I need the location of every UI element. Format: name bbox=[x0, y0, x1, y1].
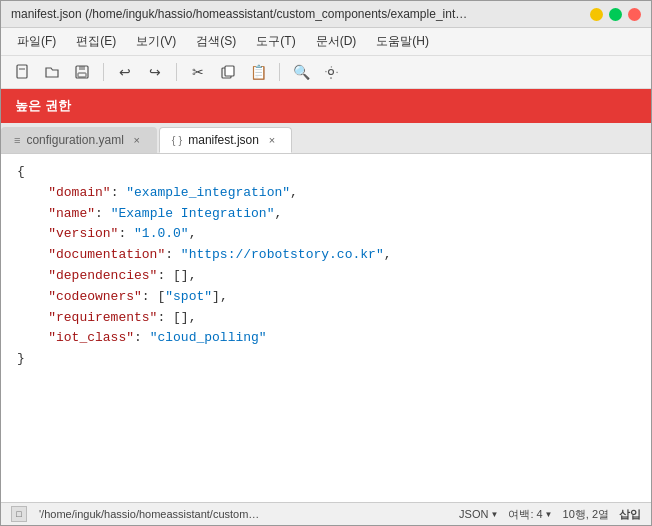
status-language[interactable]: JSON bbox=[459, 508, 498, 520]
title-bar: manifest.json (/home/inguk/hassio/homeas… bbox=[1, 1, 651, 28]
svg-rect-4 bbox=[78, 73, 86, 77]
tab-bar: ≡ configuration.yaml × { } manifest.json… bbox=[1, 123, 651, 154]
code-line-4: "version": "1.0.0", bbox=[1, 224, 651, 245]
code-line-8: "requirements": [], bbox=[1, 308, 651, 329]
tab-configuration-icon: ≡ bbox=[14, 134, 20, 146]
menu-edit[interactable]: 편집(E) bbox=[68, 31, 124, 52]
undo-button[interactable]: ↩ bbox=[112, 60, 138, 84]
status-mode: 삽입 bbox=[619, 507, 641, 522]
close-button[interactable] bbox=[628, 8, 641, 21]
separator-2 bbox=[176, 63, 177, 81]
menu-help[interactable]: 도움말(H) bbox=[368, 31, 437, 52]
menu-document[interactable]: 문서(D) bbox=[308, 31, 365, 52]
separator-3 bbox=[279, 63, 280, 81]
svg-rect-3 bbox=[79, 66, 85, 70]
search-button[interactable]: 🔍 bbox=[288, 60, 314, 84]
alert-banner: 높은 권한 bbox=[1, 89, 651, 123]
menu-file[interactable]: 파일(F) bbox=[9, 31, 64, 52]
redo-button[interactable]: ↪ bbox=[142, 60, 168, 84]
svg-point-7 bbox=[328, 69, 333, 74]
window-title: manifest.json (/home/inguk/hassio/homeas… bbox=[11, 7, 580, 21]
new-file-button[interactable] bbox=[9, 60, 35, 84]
code-line-2: "domain": "example_integration", bbox=[1, 183, 651, 204]
tab-manifest-icon: { } bbox=[172, 134, 182, 146]
tab-manifest-label: manifest.json bbox=[188, 133, 259, 147]
tab-configuration-label: configuration.yaml bbox=[26, 133, 123, 147]
tab-configuration[interactable]: ≡ configuration.yaml × bbox=[1, 127, 157, 153]
minimize-button[interactable] bbox=[590, 8, 603, 21]
file-type-icon: □ bbox=[11, 506, 27, 522]
separator-1 bbox=[103, 63, 104, 81]
status-filepath: '/home/inguk/hassio/homeassistant/custom… bbox=[39, 508, 449, 520]
code-line-3: "name": "Example Integration", bbox=[1, 204, 651, 225]
settings-button[interactable] bbox=[318, 60, 344, 84]
code-line-7: "codeowners": ["spot"], bbox=[1, 287, 651, 308]
alert-text: 높은 권한 bbox=[15, 98, 71, 113]
toolbar: ↩ ↪ ✂ 📋 🔍 bbox=[1, 56, 651, 89]
status-position: 10행, 2열 bbox=[563, 507, 609, 522]
status-spaces[interactable]: 여백: 4 bbox=[508, 507, 552, 522]
copy-button[interactable] bbox=[215, 60, 241, 84]
svg-rect-0 bbox=[17, 65, 27, 78]
menu-search[interactable]: 검색(S) bbox=[188, 31, 244, 52]
tab-manifest[interactable]: { } manifest.json × bbox=[159, 127, 292, 153]
open-file-button[interactable] bbox=[39, 60, 65, 84]
maximize-button[interactable] bbox=[609, 8, 622, 21]
code-line-9: "iot_class": "cloud_polling" bbox=[1, 328, 651, 349]
status-bar: □ '/home/inguk/hassio/homeassistant/cust… bbox=[1, 502, 651, 525]
window-controls bbox=[590, 8, 641, 21]
menu-tools[interactable]: 도구(T) bbox=[248, 31, 303, 52]
tab-configuration-close[interactable]: × bbox=[130, 133, 144, 147]
code-line-5: "documentation": "https://robotstory.co.… bbox=[1, 245, 651, 266]
code-line-10: } bbox=[1, 349, 651, 370]
menu-bar: 파일(F) 편집(E) 보기(V) 검색(S) 도구(T) 문서(D) 도움말(… bbox=[1, 28, 651, 56]
code-line-6: "dependencies": [], bbox=[1, 266, 651, 287]
editor-area[interactable]: { "domain": "example_integration", "name… bbox=[1, 154, 651, 502]
cut-button[interactable]: ✂ bbox=[185, 60, 211, 84]
code-line-1: { bbox=[1, 162, 651, 183]
svg-rect-6 bbox=[225, 66, 234, 76]
paste-button[interactable]: 📋 bbox=[245, 60, 271, 84]
save-button[interactable] bbox=[69, 60, 95, 84]
menu-view[interactable]: 보기(V) bbox=[128, 31, 184, 52]
tab-manifest-close[interactable]: × bbox=[265, 133, 279, 147]
